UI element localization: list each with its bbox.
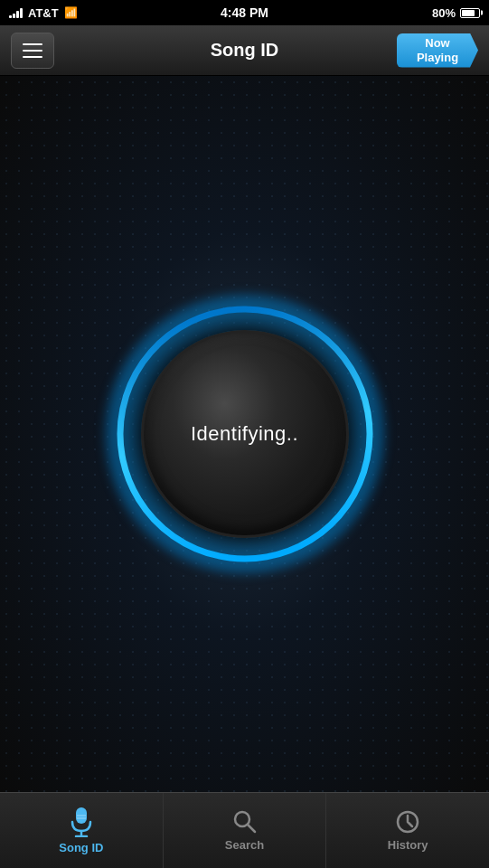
- carrier-label: AT&T: [28, 6, 59, 20]
- tab-song-id-label: Song ID: [59, 841, 103, 854]
- now-playing-button[interactable]: Now Playing: [397, 33, 478, 68]
- battery-label: 80%: [432, 6, 456, 20]
- tab-history[interactable]: History: [326, 793, 489, 868]
- status-left: AT&T 📶: [9, 6, 78, 20]
- identify-circle[interactable]: Identifying..: [141, 330, 349, 538]
- nav-title: Song ID: [211, 40, 279, 61]
- battery-icon: [460, 8, 480, 18]
- wifi-icon: 📶: [64, 6, 78, 19]
- status-time: 4:48 PM: [221, 5, 268, 20]
- nav-bar: Song ID Now Playing: [0, 25, 489, 76]
- microphone-icon: [68, 807, 95, 837]
- identify-button-container[interactable]: Identifying..: [105, 294, 385, 574]
- status-bar: AT&T 📶 4:48 PM 80%: [0, 0, 489, 25]
- history-icon: [395, 809, 420, 835]
- tab-bar: Song ID Search History: [0, 792, 489, 868]
- tab-search-label: Search: [225, 838, 264, 852]
- tab-search[interactable]: Search: [164, 793, 327, 868]
- signal-icon: [9, 7, 23, 18]
- tab-song-id[interactable]: Song ID: [0, 793, 164, 868]
- search-icon: [232, 809, 258, 835]
- main-content: Identifying..: [0, 76, 489, 792]
- svg-line-8: [248, 825, 255, 832]
- identifying-text: Identifying..: [191, 422, 298, 446]
- tab-history-label: History: [388, 838, 428, 852]
- menu-button[interactable]: [11, 33, 54, 69]
- status-right: 80%: [432, 6, 480, 20]
